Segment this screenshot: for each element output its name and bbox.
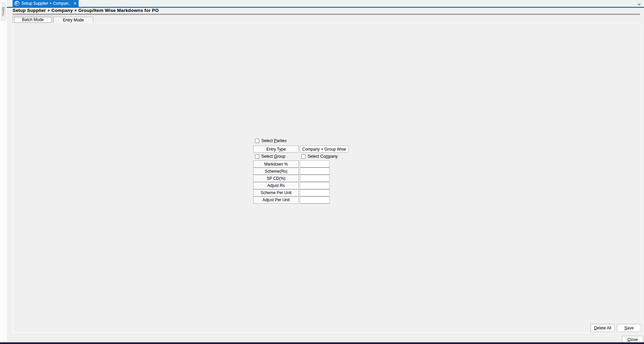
select-company-checkbox[interactable]: [301, 154, 306, 159]
save-button[interactable]: Save: [617, 324, 641, 332]
field-row-adjust-rs: Adjust Rs: [253, 182, 349, 189]
field-row-adjust-per-unit: Adjust Per Unit: [253, 196, 349, 204]
select-company-row: Select Company: [301, 154, 338, 159]
save-button-label: Save: [624, 326, 633, 330]
chevron-down-icon: [343, 148, 346, 151]
adjust-per-unit-input[interactable]: [300, 196, 329, 204]
entry-type-select[interactable]: Company + Group Wise: [300, 145, 349, 153]
select-parties-row: Select Parties: [255, 138, 287, 143]
tab-batch-mode[interactable]: Batch Mode: [13, 16, 53, 23]
app-logo-icon: L: [15, 1, 19, 6]
markdown-percent-input[interactable]: [300, 160, 329, 168]
sp-cd-input[interactable]: [300, 175, 329, 182]
tab-entry-mode[interactable]: Entry Mode: [53, 17, 93, 23]
title-divider: [13, 14, 640, 15]
sp-cd-label: SP CD(%): [253, 175, 299, 182]
window-bottom-border: [0, 342, 644, 344]
delete-all-button[interactable]: Delete All: [591, 324, 615, 332]
scheme-rs-label: Scheme(Rs): [253, 168, 299, 175]
menu-strip: Menu: [0, 0, 7, 344]
markdown-percent-label: Markdown %: [253, 160, 299, 168]
select-group-label: Select Group: [261, 154, 285, 159]
adjust-rs-input[interactable]: [300, 182, 329, 189]
adjust-per-unit-label: Adjust Per Unit: [253, 196, 299, 204]
scheme-per-unit-input[interactable]: [300, 189, 329, 196]
tab-list-dropdown-icon[interactable]: [637, 4, 641, 6]
close-button-label: Close: [627, 337, 638, 342]
document-tab-setup-supplier[interactable]: L Setup Supplier + Compan... ✕: [13, 0, 79, 7]
tab-entry-mode-label: Entry Mode: [63, 18, 84, 22]
field-row-scheme-per-unit: Scheme Per Unit: [253, 189, 349, 196]
tab-batch-mode-label: Batch Mode: [22, 17, 44, 22]
field-row-markdown-percent: Markdown %: [253, 160, 349, 168]
close-tab-icon[interactable]: ✕: [74, 2, 77, 5]
menu-vertical-tab[interactable]: Menu: [1, 3, 6, 20]
select-parties-checkbox[interactable]: [255, 139, 259, 143]
field-row-sp-cd: SP CD(%): [253, 175, 349, 182]
page-title: Setup Supplier + Company + Group/Item Wi…: [13, 8, 159, 13]
document-tab-bar: L Setup Supplier + Compan... ✕: [7, 0, 644, 7]
scheme-per-unit-label: Scheme Per Unit: [253, 189, 299, 196]
adjust-rs-label: Adjust Rs: [253, 182, 299, 189]
select-group-row: Select Group: [255, 154, 285, 159]
field-row-scheme-rs: Scheme(Rs): [253, 168, 349, 175]
select-group-checkbox[interactable]: [255, 154, 259, 159]
entry-type-selected-value: Company + Group Wise: [302, 147, 346, 152]
entry-type-label: Entry Type: [253, 145, 299, 153]
select-company-label: Select Company: [308, 154, 338, 159]
select-parties-label: Select Parties: [261, 138, 287, 143]
document-tab-title: Setup Supplier + Compan...: [21, 1, 70, 6]
menu-vertical-tab-label: Menu: [1, 7, 5, 16]
scheme-rs-input[interactable]: [300, 168, 329, 175]
markdown-fields: Markdown % Scheme(Rs) SP CD(%) Adjust Rs…: [253, 160, 349, 204]
delete-all-button-label: Delete All: [594, 326, 611, 330]
